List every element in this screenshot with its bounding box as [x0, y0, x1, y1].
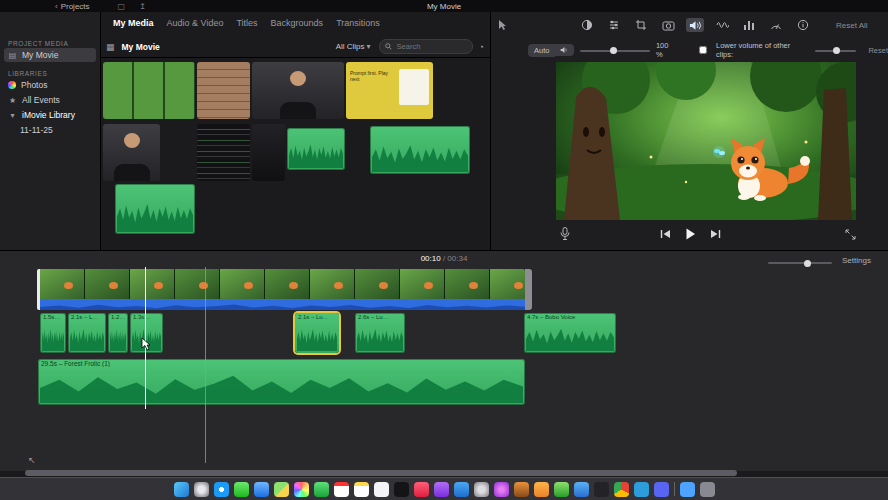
launchpad-icon[interactable]	[194, 482, 209, 497]
timeline-audio-clip[interactable]: 4.7s – Bobo Voice	[524, 313, 616, 353]
facetime-icon[interactable]	[314, 482, 329, 497]
podcasts-icon[interactable]	[434, 482, 449, 497]
tv-icon[interactable]	[394, 482, 409, 497]
sidebar-item-event-date[interactable]: 11-11-25	[4, 123, 96, 137]
media-thumb-code-screen[interactable]	[197, 124, 250, 181]
photos-icon	[8, 81, 16, 89]
reset-all-button[interactable]: Reset All	[836, 21, 868, 30]
color-balance-icon[interactable]	[578, 18, 596, 32]
numbers-icon[interactable]	[554, 482, 569, 497]
person-face	[124, 133, 140, 148]
browser-appearance-icon[interactable]: ◔	[479, 42, 484, 52]
search-box[interactable]	[379, 39, 473, 54]
vscode-icon[interactable]	[634, 482, 649, 497]
system-settings-icon[interactable]	[474, 482, 489, 497]
downloads-folder-icon[interactable]	[680, 482, 695, 497]
timeline-audio-clip-selected[interactable]: 2.1s – Lu…	[295, 313, 339, 353]
media-thumb-presenter[interactable]	[252, 62, 344, 119]
clip-trim-handle-right[interactable]	[525, 269, 532, 310]
volume-slider[interactable]	[580, 47, 649, 54]
record-voiceover-mic-icon[interactable]	[560, 227, 570, 241]
speed-icon[interactable]	[767, 18, 785, 32]
media-thumb-audio-clip[interactable]	[287, 128, 345, 170]
timeline-audio-clip[interactable]: 1.2…	[108, 313, 128, 353]
next-button[interactable]	[710, 229, 721, 239]
tab-my-media[interactable]: My Media	[113, 18, 154, 28]
sidebar-item-all-events[interactable]: ★ All Events	[4, 93, 96, 107]
safari-icon[interactable]	[214, 482, 229, 497]
maps-icon[interactable]	[274, 482, 289, 497]
finder-icon[interactable]	[174, 482, 189, 497]
chrome-icon[interactable]	[614, 482, 629, 497]
fullscreen-icon[interactable]	[845, 229, 856, 240]
timeline-audio-clip[interactable]: 2.1s – L…	[68, 313, 106, 353]
calendar-icon[interactable]	[334, 482, 349, 497]
reminders-icon[interactable]	[374, 482, 389, 497]
lower-volume-slider-knob[interactable]	[833, 47, 840, 54]
grid-view-icon[interactable]: ▦	[106, 42, 115, 52]
horizontal-scrollbar[interactable]	[0, 469, 888, 477]
auto-volume-button[interactable]: Auto	[528, 44, 555, 57]
music-icon[interactable]	[414, 482, 429, 497]
timeline-settings-button[interactable]: Settings	[842, 256, 871, 265]
clip-filter-dropdown[interactable]: All Clips ▾	[336, 42, 371, 51]
previous-button[interactable]	[660, 229, 671, 239]
terminal-icon[interactable]	[594, 482, 609, 497]
color-correction-icon[interactable]	[605, 18, 623, 32]
chevron-down-icon[interactable]: ▾	[8, 111, 17, 120]
sidebar-item-photos[interactable]: Photos	[4, 78, 96, 92]
stabilization-icon[interactable]	[659, 18, 677, 32]
tab-backgrounds[interactable]: Backgrounds	[271, 18, 324, 28]
keynote-icon[interactable]	[574, 482, 589, 497]
media-thumb-audio-clip[interactable]	[115, 184, 195, 234]
messages-icon[interactable]	[234, 482, 249, 497]
tab-audio-video[interactable]: Audio & Video	[167, 18, 224, 28]
reset-button[interactable]: Reset	[868, 46, 888, 55]
play-button[interactable]	[685, 228, 696, 240]
timeline-music-clip[interactable]: 29.5s – Forest Frolic (1)	[38, 359, 525, 405]
eq-icon[interactable]	[740, 18, 758, 32]
libraries-label: LIBRARIES	[0, 70, 100, 77]
timeline-zoom-slider[interactable]	[768, 259, 832, 266]
garageband-icon[interactable]	[514, 482, 529, 497]
tab-transitions[interactable]: Transitions	[336, 18, 380, 28]
volume-icon[interactable]	[686, 18, 704, 32]
noise-reduction-icon[interactable]	[713, 18, 731, 32]
notes-icon[interactable]	[354, 482, 369, 497]
discord-icon[interactable]	[654, 482, 669, 497]
lower-volume-slider[interactable]	[815, 47, 857, 54]
media-thumb-dark[interactable]	[252, 124, 285, 181]
pointer-icon[interactable]	[497, 19, 507, 31]
media-thumb-notes-card[interactable]	[197, 62, 250, 119]
media-thumb-yellow-slide[interactable]: Prompt first. Play next	[346, 62, 433, 119]
sidebar-item-imovie-library[interactable]: ▾ iMovie Library	[4, 108, 96, 122]
mute-button[interactable]	[555, 44, 574, 56]
trash-icon[interactable]	[700, 482, 715, 497]
preview-viewer[interactable]	[556, 62, 856, 220]
info-icon[interactable]	[794, 18, 812, 32]
timeline-audio-clip[interactable]: 1.5s…	[40, 313, 66, 353]
photos-icon[interactable]	[294, 482, 309, 497]
sidebar-item-my-movie[interactable]: ▤ My Movie	[4, 48, 96, 62]
volume-slider-knob[interactable]	[610, 47, 617, 54]
media-thumb-presenter-2[interactable]	[103, 124, 160, 181]
search-input[interactable]	[395, 41, 459, 52]
video-audio-track[interactable]	[40, 299, 525, 310]
media-thumb-forest-filmstrip[interactable]	[103, 62, 195, 119]
filmstrip-frame	[175, 269, 220, 299]
sidebar-item-label: 11-11-25	[20, 125, 53, 135]
app-store-icon[interactable]	[454, 482, 469, 497]
imovie-icon[interactable]	[494, 482, 509, 497]
scrollbar-thumb[interactable]	[25, 470, 737, 476]
crop-icon[interactable]	[632, 18, 650, 32]
video-clip-filmstrip[interactable]	[40, 269, 525, 299]
audio-waveform	[42, 324, 64, 351]
media-thumb-audio-clip[interactable]	[370, 126, 470, 174]
tab-titles[interactable]: Titles	[236, 18, 257, 28]
mail-icon[interactable]	[254, 482, 269, 497]
lower-volume-checkbox[interactable]	[699, 46, 707, 54]
audio-waveform	[70, 324, 104, 351]
timeline-audio-clip[interactable]: 2.6s – Lu…	[355, 313, 405, 353]
pages-icon[interactable]	[534, 482, 549, 497]
timeline-zoom-knob[interactable]	[804, 260, 811, 267]
